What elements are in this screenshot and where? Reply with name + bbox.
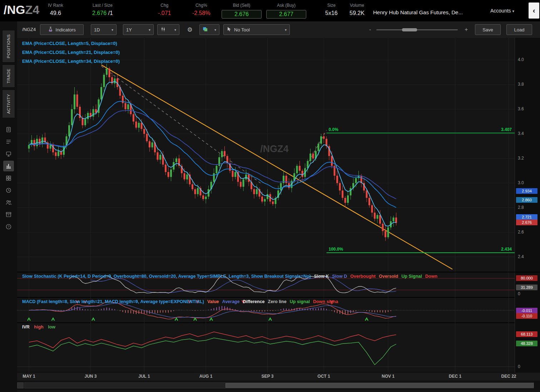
volume-label: Volume: [350, 3, 365, 8]
price-tick: 2.4: [518, 254, 524, 259]
macd-badge: -0.011: [516, 308, 537, 313]
range-value: 1Y: [126, 27, 132, 32]
chg-pct-label: Chg%: [192, 3, 210, 8]
macd-legend-value[interactable]: Value: [207, 299, 219, 304]
macd-legend-up-signal[interactable]: Up signal: [290, 299, 310, 304]
size-label: Size: [325, 3, 338, 8]
ivr-axis: 68.11348.3280: [515, 323, 540, 373]
bid-label: Bid (Sell): [222, 3, 262, 8]
price-tick: 3.6: [518, 106, 524, 111]
stoch-legend-up-signal[interactable]: Up Signal: [401, 274, 422, 279]
stoch-legend-slow-k[interactable]: Slow K: [314, 274, 329, 279]
ask-label: Ask (Buy): [266, 3, 306, 8]
ask-button[interactable]: 2.677: [266, 10, 306, 19]
sidebar-tab-trade[interactable]: TRADE: [2, 64, 15, 87]
accounts-menu[interactable]: Accounts ▾: [490, 8, 514, 14]
sidebar-tab-activity[interactable]: ACTIVITY: [2, 90, 15, 118]
people-icon[interactable]: [3, 197, 14, 208]
price-badge: 2.934: [516, 188, 537, 194]
iv-rank-value: 49.6: [48, 10, 63, 16]
zoom-in-button[interactable]: +: [465, 26, 468, 33]
macd-legend-down-signa[interactable]: Down signa: [313, 299, 338, 304]
indicators-button[interactable]: Indicators: [40, 24, 84, 35]
sidebar-tab-positions[interactable]: POSITIONS: [2, 30, 15, 62]
time-axis-label: OCT 1: [317, 374, 330, 379]
last-size-field: Last / Size 2.676 /1: [92, 3, 113, 16]
price-badge: 2.676: [516, 220, 537, 225]
last-price: 2.676: [92, 10, 106, 16]
macd-legend-zero-line[interactable]: Zero line: [268, 299, 287, 304]
zoom-slider-thumb[interactable]: [402, 28, 417, 31]
time-axis-label: DEC 22: [501, 374, 516, 379]
caret-down-icon: ▾: [112, 28, 113, 32]
zoom-slider[interactable]: [376, 29, 458, 30]
iv-rank-field: IV Rank 49.6: [48, 3, 63, 16]
chart-workspace: /NGZ4 Indicators 1D ▾ 1Y ▾ ▾ ⚙: [17, 21, 540, 392]
scrollbar-thumb[interactable]: [226, 383, 534, 388]
help-icon[interactable]: ?: [3, 221, 14, 232]
candlestick-icon: [160, 26, 166, 33]
time-axis-label: DEC 1: [449, 374, 461, 379]
accounts-label: Accounts: [490, 8, 511, 14]
scrollbar-track[interactable]: [24, 382, 534, 388]
macd-axis: -0.011-0.110: [515, 298, 540, 323]
monitor-icon[interactable]: [3, 149, 14, 159]
history-icon[interactable]: [3, 185, 14, 196]
zoom-out-button[interactable]: -: [369, 26, 371, 33]
chg-field: Chg -.071: [158, 3, 171, 16]
price-chart-canvas[interactable]: 0.0%3.407100.0%2.434: [17, 38, 515, 272]
ivr-zero-tick: 0: [518, 364, 520, 369]
time-axis-label: SEP 3: [262, 374, 274, 379]
ivr-caption: IVR high low: [22, 325, 55, 330]
macd-caption: MACD (Fast length=8, Slow length=21, MAC…: [22, 299, 338, 304]
ema5-legend[interactable]: EMA (Price=CLOSE, Length=5, Displace=0): [22, 41, 120, 46]
ivr-low-label[interactable]: low: [48, 325, 55, 330]
caret-down-icon: ▾: [285, 28, 287, 32]
order-list-icon[interactable]: [3, 136, 14, 147]
chg-pct-value: -2.58%: [192, 10, 210, 16]
ivr-badge: 68.113: [516, 331, 537, 337]
chart-layers-dropdown[interactable]: ▾: [199, 24, 219, 35]
load-button[interactable]: Load: [506, 24, 532, 35]
price-panel: /NGZ4 0.0%3.407100.0%2.434 EMA (Price=CL…: [17, 38, 540, 272]
caret-down-icon: ▾: [149, 28, 150, 32]
bid-button[interactable]: 2.676: [222, 10, 262, 19]
macd-legend-difference[interactable]: Difference: [243, 299, 264, 304]
collapse-panel-button[interactable]: ‹: [529, 2, 539, 19]
last-size: /1: [106, 10, 113, 16]
ivr-panel: IVR high low 68.11348.3280: [17, 322, 540, 373]
time-axis: MAY 1JUN 3JUL 1AUG 1SEP 3OCT 1NOV 1DEC 1…: [17, 372, 540, 381]
ivr-canvas[interactable]: [17, 323, 515, 373]
svg-text:?: ?: [8, 225, 10, 228]
bar-chart-icon[interactable]: [3, 161, 14, 171]
trading-app-window: /NGZ4 IV Rank 49.6 Last / Size 2.676 /1 …: [0, 0, 540, 392]
stoch-legend-overbought[interactable]: Overbought: [350, 274, 376, 279]
ivr-title[interactable]: IVR: [22, 325, 30, 330]
chart-toolbar: /NGZ4 Indicators 1D ▾ 1Y ▾ ▾ ⚙: [17, 21, 540, 38]
stoch-legend-oversold[interactable]: Oversold: [379, 274, 398, 279]
bid-field: Bid (Sell) 2.676: [222, 3, 262, 19]
stoch-legend-slow-d[interactable]: Slow D: [332, 274, 347, 279]
grid-icon[interactable]: [3, 173, 14, 184]
stochastic-header[interactable]: Slow Stochastic (K Period=14, D Period=9…: [22, 274, 311, 279]
caret-down-icon: ▾: [214, 28, 216, 32]
archive-icon[interactable]: [3, 209, 14, 220]
stoch-legend-down[interactable]: Down: [425, 274, 437, 279]
macd-legend-average[interactable]: Average: [222, 299, 240, 304]
save-button[interactable]: Save: [475, 24, 501, 35]
ema34-legend[interactable]: EMA (Price=CLOSE, Length=34, Displace=0): [22, 59, 120, 64]
chart-settings-button[interactable]: ⚙: [184, 24, 196, 35]
macd-header[interactable]: MACD (Fast length=8, Slow length=21, MAC…: [22, 299, 204, 304]
price-tick: 3.8: [518, 82, 524, 87]
chart-type-dropdown[interactable]: ▾: [157, 24, 179, 35]
stochastic-caption: Slow Stochastic (K Period=14, D Period=9…: [22, 274, 437, 279]
macd-badge: -0.110: [516, 313, 537, 319]
scrollbar-left-button[interactable]: [17, 382, 24, 388]
aggregation-dropdown[interactable]: 1D ▾: [91, 24, 117, 35]
range-dropdown[interactable]: 1Y ▾: [123, 24, 154, 35]
ivr-high-label[interactable]: high: [34, 325, 43, 330]
gear-icon: ⚙: [187, 26, 192, 34]
drawing-tool-dropdown[interactable]: No Tool ▾: [223, 24, 290, 35]
ema21-legend[interactable]: EMA (Price=CLOSE, Length=21, Displace=0): [22, 50, 120, 55]
calculator-icon[interactable]: [3, 124, 14, 135]
